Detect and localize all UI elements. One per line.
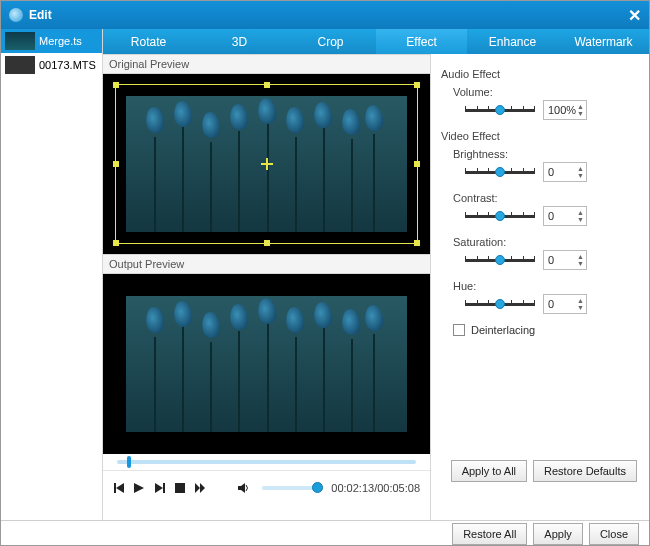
svg-marker-8 xyxy=(238,483,245,493)
next-frame-button[interactable] xyxy=(153,481,165,495)
volume-label: Volume: xyxy=(441,86,503,98)
svg-marker-7 xyxy=(200,483,205,493)
dialog-footer: Restore All Apply Close xyxy=(1,520,649,546)
volume-value-input[interactable]: 100% ▲▼ xyxy=(543,100,587,120)
hue-label: Hue: xyxy=(441,280,503,292)
titlebar: Edit ✕ xyxy=(1,1,649,29)
tab-crop[interactable]: Crop xyxy=(285,29,376,54)
hue-value-input[interactable]: 0▲▼ xyxy=(543,294,587,314)
crosshair-icon xyxy=(261,158,273,170)
audio-effect-heading: Audio Effect xyxy=(441,68,639,80)
stepper-icon[interactable]: ▲▼ xyxy=(577,165,584,179)
volume-icon[interactable] xyxy=(238,481,250,495)
close-icon[interactable]: ✕ xyxy=(628,6,641,25)
tab-3d[interactable]: 3D xyxy=(194,29,285,54)
effects-panel: Audio Effect Volume: 100% ▲▼ Video Effec xyxy=(431,54,649,520)
tab-effect[interactable]: Effect xyxy=(376,29,467,54)
play-button[interactable] xyxy=(133,481,145,495)
crop-selection[interactable] xyxy=(115,84,418,244)
saturation-value-input[interactable]: 0▲▼ xyxy=(543,250,587,270)
output-preview-label: Output Preview xyxy=(103,254,430,274)
saturation-label: Saturation: xyxy=(441,236,503,248)
original-preview-label: Original Preview xyxy=(103,54,430,74)
restore-all-button[interactable]: Restore All xyxy=(452,523,527,545)
file-sidebar: Merge.ts 00173.MTS xyxy=(1,29,103,520)
video-thumb-icon xyxy=(5,32,35,50)
timeline-slider[interactable] xyxy=(103,454,430,470)
tab-bar: Rotate 3D Crop Effect Enhance Watermark xyxy=(103,29,649,54)
sidebar-item-label: Merge.ts xyxy=(39,35,82,47)
svg-marker-6 xyxy=(195,483,200,493)
sidebar-item-label: 00173.MTS xyxy=(39,59,96,71)
stepper-icon[interactable]: ▲▼ xyxy=(577,253,584,267)
brightness-label: Brightness: xyxy=(441,148,503,160)
app-logo xyxy=(9,8,23,22)
volume-effect-slider[interactable] xyxy=(465,103,535,117)
brightness-slider[interactable] xyxy=(465,165,535,179)
svg-rect-0 xyxy=(114,483,116,493)
restore-defaults-button[interactable]: Restore Defaults xyxy=(533,460,637,482)
stop-button[interactable] xyxy=(174,481,186,495)
brightness-value-input[interactable]: 0▲▼ xyxy=(543,162,587,182)
deinterlacing-label: Deinterlacing xyxy=(471,324,535,336)
close-button[interactable]: Close xyxy=(589,523,639,545)
tab-watermark[interactable]: Watermark xyxy=(558,29,649,54)
svg-rect-4 xyxy=(163,483,165,493)
stepper-icon[interactable]: ▲▼ xyxy=(577,297,584,311)
svg-marker-3 xyxy=(155,483,163,493)
prev-frame-button[interactable] xyxy=(113,481,125,495)
hue-slider[interactable] xyxy=(465,297,535,311)
original-preview[interactable] xyxy=(103,74,430,254)
video-effect-heading: Video Effect xyxy=(441,130,639,142)
svg-marker-2 xyxy=(134,483,144,493)
stepper-icon[interactable]: ▲▼ xyxy=(577,103,584,117)
contrast-label: Contrast: xyxy=(441,192,503,204)
stepper-icon[interactable]: ▲▼ xyxy=(577,209,584,223)
output-preview xyxy=(103,274,430,454)
video-thumb-icon xyxy=(5,56,35,74)
apply-button[interactable]: Apply xyxy=(533,523,583,545)
next-clip-button[interactable] xyxy=(194,481,206,495)
tab-rotate[interactable]: Rotate xyxy=(103,29,194,54)
tab-enhance[interactable]: Enhance xyxy=(467,29,558,54)
saturation-slider[interactable] xyxy=(465,253,535,267)
sidebar-item-0[interactable]: Merge.ts xyxy=(1,29,102,53)
apply-to-all-button[interactable]: Apply to All xyxy=(451,460,527,482)
sidebar-item-1[interactable]: 00173.MTS xyxy=(1,53,102,77)
contrast-value-input[interactable]: 0▲▼ xyxy=(543,206,587,226)
time-display: 00:02:13/00:05:08 xyxy=(331,482,420,494)
deinterlacing-checkbox[interactable] xyxy=(453,324,465,336)
volume-slider[interactable] xyxy=(262,486,323,490)
svg-marker-1 xyxy=(116,483,124,493)
svg-rect-5 xyxy=(175,483,185,493)
window-title: Edit xyxy=(29,8,52,22)
contrast-slider[interactable] xyxy=(465,209,535,223)
